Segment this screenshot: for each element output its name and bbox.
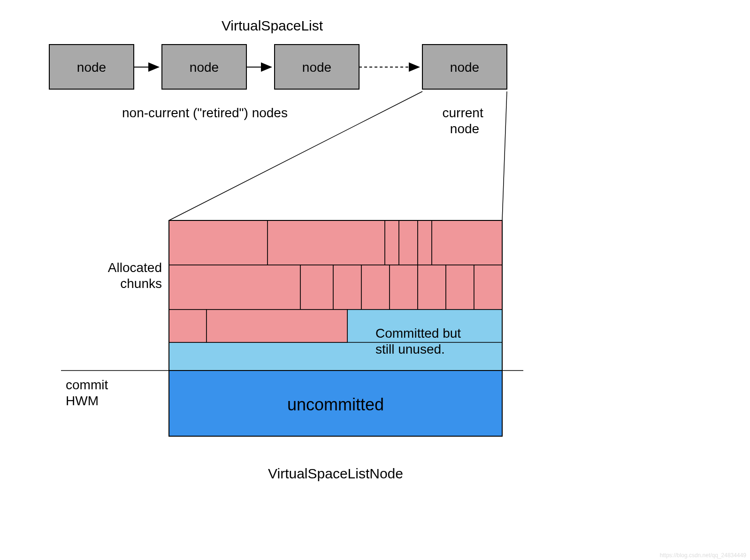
allocated-row-2: [169, 265, 502, 310]
svg-rect-10: [361, 265, 390, 310]
svg-rect-4: [399, 220, 418, 265]
node-label-1: node: [77, 60, 106, 75]
svg-rect-13: [446, 265, 474, 310]
hwm-label-l2: HWM: [66, 394, 99, 408]
svg-rect-5: [418, 220, 432, 265]
current-caption-l1: current: [443, 106, 483, 120]
node-label-2: node: [190, 60, 219, 75]
svg-rect-2: [268, 220, 385, 265]
svg-rect-6: [432, 220, 502, 265]
committed-label-l1: Committed but: [375, 326, 461, 341]
svg-rect-15: [169, 310, 207, 342]
retired-caption: non-current ("retired") nodes: [122, 106, 288, 120]
svg-rect-16: [207, 310, 347, 342]
svg-rect-12: [418, 265, 446, 310]
committed-label-l2: still unused.: [375, 342, 445, 356]
uncommitted-label: uncommitted: [287, 395, 384, 414]
detail-box: uncommitted Committed but still unused.: [169, 220, 502, 436]
current-caption-line1: current node: [443, 106, 487, 136]
callout-line-right: [502, 91, 507, 220]
svg-rect-14: [474, 265, 502, 310]
title: VirtualSpaceList: [222, 18, 323, 33]
svg-rect-3: [385, 220, 399, 265]
allocated-label-l2: chunks: [120, 276, 162, 291]
hwm-label-l1: commit: [66, 378, 108, 392]
node-list: node node node node: [49, 45, 507, 89]
node-label-3: node: [302, 60, 331, 75]
committed-unused-strip: [169, 342, 502, 371]
svg-rect-1: [169, 220, 268, 265]
allocated-label-l1: Allocated: [108, 260, 162, 275]
watermark: https://blog.csdn.net/qq_24834449: [660, 552, 746, 559]
bottom-title: VirtualSpaceListNode: [268, 466, 403, 481]
svg-rect-8: [300, 265, 333, 310]
diagram-root: VirtualSpaceList node node node node non…: [0, 0, 750, 560]
allocated-row-1: [169, 220, 502, 265]
current-caption-l2: node: [450, 121, 479, 136]
svg-rect-7: [169, 265, 300, 310]
svg-rect-9: [333, 265, 361, 310]
node-label-current: node: [450, 60, 479, 75]
svg-rect-11: [390, 265, 418, 310]
